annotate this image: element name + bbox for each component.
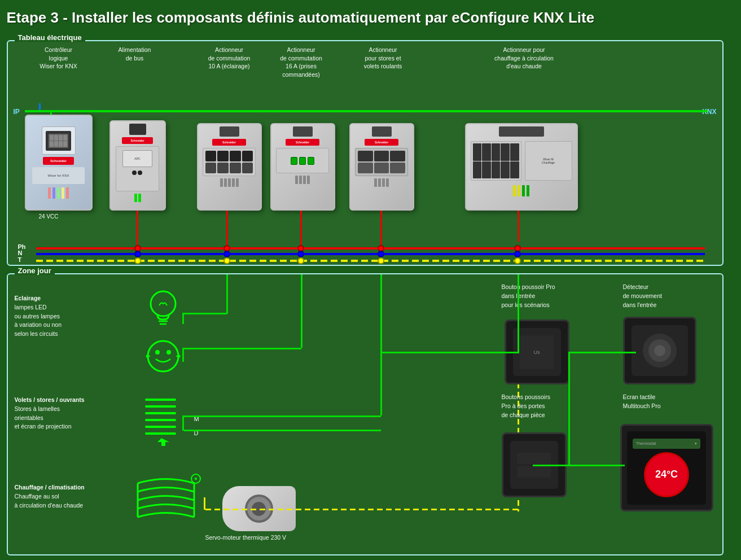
comp-label-controleur: ContrôleurlogiqueWiser for KNX — [25, 46, 93, 71]
wire-h-blinds-m — [184, 415, 381, 417]
comp-label-alimentation: Alimentationde bus — [107, 46, 163, 62]
comp-label-chauffage: Actionneur pourchauffage à circulationd'… — [468, 46, 581, 71]
device-chauffage: Wiser MChauffage — [465, 123, 578, 211]
zonejour-label: Zone jour — [15, 266, 55, 275]
comp-label-stores: Actionneurpour stores etvolets roulants — [349, 46, 417, 71]
device-ecran-tactile: Thermostat ▾ 24°C — [620, 424, 713, 511]
dot-t-3 — [297, 257, 304, 264]
device-alimentation: Schneider APC — [109, 120, 166, 211]
device-controleur: Schneider Wiser for KNX — [25, 115, 93, 211]
wire-h-heating — [205, 509, 518, 510]
svg-rect-10 — [145, 426, 176, 428]
label-ecran-tactile: Ecran tactileMultitouch Pro — [623, 393, 719, 411]
servo-label: Servo-moteur thermique 230 V — [205, 534, 287, 541]
wire-red-3 — [300, 211, 302, 247]
wire-v-heating-servo — [204, 497, 205, 510]
wire-h-socket — [184, 348, 301, 349]
label-24vcc: 24 VCC — [39, 213, 59, 220]
svg-rect-7 — [145, 405, 176, 408]
wire-red-2 — [226, 211, 228, 247]
tableau-label: Tableau électrique — [15, 33, 85, 42]
dot-n-2 — [223, 251, 230, 257]
icon-lightbulb — [143, 286, 183, 336]
dot-t-2 — [223, 257, 230, 264]
wire-ctrl-knx — [50, 110, 52, 115]
icon-socket — [143, 336, 183, 376]
svg-rect-9 — [145, 419, 176, 421]
wire-v-socket — [182, 348, 184, 362]
label-t: T — [18, 256, 22, 263]
comp-label-actionneur16: Actionneurde commutation16 A (prisescomm… — [268, 46, 335, 79]
icon-heating — [129, 472, 203, 534]
main-container: Etape 3 - Installer les composants défin… — [7, 9, 735, 551]
wire-bouton-portes — [533, 465, 570, 466]
tableau-section: Tableau électrique IP KNX Contrôleurlogi… — [7, 40, 724, 266]
wire-down-1 — [226, 274, 228, 314]
wire-v-bulb — [182, 313, 184, 324]
label-chauffage-zj: Chauffage / climatisationChauffage au so… — [15, 483, 85, 510]
label-n: N — [18, 250, 23, 256]
wire-h-light — [184, 313, 227, 314]
dot-n-1 — [134, 251, 141, 257]
wire-down-3 — [380, 274, 382, 415]
device-actionneur16: Schneider — [270, 123, 335, 211]
device-actionneur10: Schneider — [197, 123, 262, 211]
wire-h-to-right — [380, 352, 519, 353]
dot-n-3 — [297, 251, 304, 257]
svg-point-15 — [195, 478, 197, 480]
wire-red-1 — [137, 211, 138, 247]
wire-ctrl-ip — [39, 103, 41, 110]
comp-label-actionneur10: Actionneurde commutation10 A (éclairage) — [197, 46, 262, 71]
wire-red-5 — [518, 211, 519, 242]
device-detecteur — [623, 317, 696, 384]
svg-rect-8 — [145, 412, 176, 414]
dot-t-1 — [134, 257, 141, 264]
svg-point-3 — [148, 341, 178, 371]
label-volets: Volets / stores / ouvrantsStores à lamel… — [15, 396, 85, 431]
dot-t-5 — [514, 257, 521, 264]
zonejour-section: Zone jour Eclairagelampes LEDou autres l… — [7, 273, 724, 555]
label-eclairage: Eclairagelampes LEDou autres lampesà var… — [15, 294, 62, 339]
device-stores: Schneider — [349, 123, 414, 211]
wire-down-2 — [301, 274, 302, 348]
svg-rect-6 — [145, 399, 176, 401]
wire-from-tableau-right — [518, 274, 519, 353]
label-bouton-entree: Bouton poussoir Prodans l'entréepour les… — [502, 283, 592, 309]
wire-v-blinds-d — [182, 424, 184, 431]
svg-rect-11 — [145, 432, 176, 435]
wire-ecran-tactile — [568, 465, 625, 466]
dot-t-4 — [378, 257, 384, 264]
page-title: Etape 3 - Installer les composants défin… — [7, 9, 735, 27]
label-bouton-portes: Boutons poussoirsPro à des portesde chaq… — [502, 393, 598, 419]
svg-point-4 — [155, 350, 160, 355]
icon-blinds — [141, 396, 183, 447]
dot-n-5 — [514, 251, 521, 257]
wire-v-blinds-m — [182, 415, 184, 424]
wire-h-blinds-d — [184, 430, 381, 431]
svg-point-5 — [166, 350, 171, 355]
wire-detecteur — [592, 352, 625, 353]
label-detecteur: Détecteurde mouvementdans l'entrée — [623, 283, 719, 309]
wire-v-right — [568, 352, 570, 465]
ip-label: IP — [14, 108, 20, 116]
knx-bus-line — [25, 110, 708, 112]
dot-n-4 — [378, 251, 384, 257]
wire-red-4 — [380, 211, 382, 247]
